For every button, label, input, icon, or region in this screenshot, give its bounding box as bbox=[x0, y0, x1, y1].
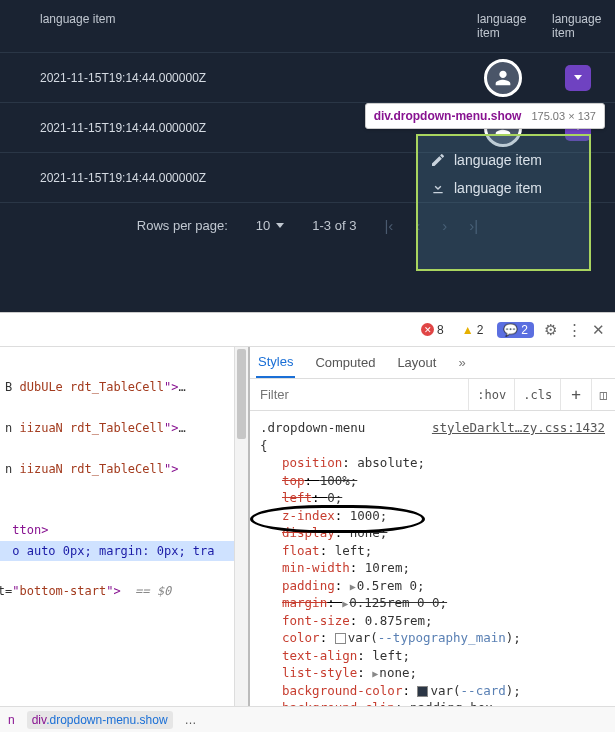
table-header: language item language item language ite… bbox=[0, 0, 615, 52]
edit-icon bbox=[430, 152, 446, 168]
more-tabs-icon[interactable]: » bbox=[456, 348, 467, 377]
css-declaration[interactable]: background-color: var(--card); bbox=[260, 682, 605, 700]
info-badge[interactable]: 💬 2 bbox=[497, 322, 534, 338]
panel-toggle-icon[interactable]: ◫ bbox=[591, 379, 615, 410]
table-row: 2021-11-15T19:14:44.000000Z bbox=[0, 52, 615, 102]
tab-styles[interactable]: Styles bbox=[256, 347, 295, 378]
styles-tabs: Styles Computed Layout » bbox=[250, 347, 615, 379]
cell-timestamp: 2021-11-15T19:14:44.000000Z bbox=[0, 171, 465, 185]
download-icon bbox=[430, 180, 446, 196]
kebab-icon[interactable]: ⋮ bbox=[567, 321, 582, 339]
dropdown-item[interactable]: language item bbox=[430, 146, 577, 174]
dropdown-menu-highlight: language item language item bbox=[416, 134, 591, 271]
css-declaration[interactable]: margin: ▶0.125rem 0 0; bbox=[260, 594, 605, 612]
gear-icon[interactable]: ⚙ bbox=[544, 321, 557, 339]
th-col2: language item bbox=[465, 4, 540, 48]
user-icon bbox=[492, 67, 514, 89]
dropdown-item-label: language item bbox=[454, 152, 542, 168]
th-col1: language item bbox=[0, 4, 465, 48]
breadcrumb-item[interactable]: n bbox=[8, 713, 15, 727]
cell-timestamp: 2021-11-15T19:14:44.000000Z bbox=[0, 71, 465, 85]
new-rule-icon[interactable]: + bbox=[560, 379, 591, 410]
rows-per-page-label: Rows per page: bbox=[137, 218, 228, 233]
tab-layout[interactable]: Layout bbox=[395, 348, 438, 377]
css-declaration[interactable]: color: var(--typography_main); bbox=[260, 629, 605, 647]
css-declaration[interactable]: position: absolute; bbox=[260, 454, 605, 472]
first-page-icon[interactable]: |‹ bbox=[384, 217, 393, 234]
breadcrumb[interactable]: n div.dropdown-menu.show … bbox=[0, 706, 615, 732]
css-declaration[interactable]: left: 0; bbox=[260, 489, 605, 507]
hov-toggle[interactable]: :hov bbox=[468, 379, 514, 410]
source-link[interactable]: styleDarklt…zy.css:1432 bbox=[432, 419, 605, 437]
cell-avatar bbox=[465, 59, 540, 97]
tab-computed[interactable]: Computed bbox=[313, 348, 377, 377]
breadcrumb-item[interactable]: div.dropdown-menu.show bbox=[27, 711, 173, 729]
scrollbar[interactable] bbox=[234, 347, 248, 706]
dropdown-toggle[interactable] bbox=[565, 65, 591, 91]
css-declaration[interactable]: list-style: ▶none; bbox=[260, 664, 605, 682]
css-declaration[interactable]: min-width: 10rem; bbox=[260, 559, 605, 577]
css-declaration[interactable]: top: 100%; bbox=[260, 472, 605, 490]
css-declaration[interactable]: text-align: left; bbox=[260, 647, 605, 665]
error-badge[interactable]: ✕8 bbox=[417, 322, 448, 338]
elements-tree[interactable]: B dUbULe rdt_TableCell">… n iizuaN rdt_T… bbox=[0, 347, 250, 706]
css-declaration[interactable]: font-size: 0.875rem; bbox=[260, 612, 605, 630]
css-declaration[interactable]: background-clip: padding-box; bbox=[260, 699, 605, 706]
element-tooltip: div.dropdown-menu.show 175.03 × 137 bbox=[365, 103, 605, 129]
devtools-panel: ✕8 ▲2 💬 2 ⚙ ⋮ ✕ B dUbULe rdt_TableCell">… bbox=[0, 312, 615, 732]
breadcrumb-item[interactable]: … bbox=[185, 713, 197, 727]
cls-toggle[interactable]: .cls bbox=[514, 379, 560, 410]
dropdown-item-label: language item bbox=[454, 180, 542, 196]
tooltip-selector: div.dropdown-menu.show bbox=[374, 109, 522, 123]
tooltip-dimensions: 175.03 × 137 bbox=[531, 110, 596, 122]
rule-selector: .dropdown-menu bbox=[260, 420, 365, 435]
css-declaration[interactable]: z-index: 1000; bbox=[260, 507, 605, 525]
css-declaration[interactable]: display: none; bbox=[260, 524, 605, 542]
avatar[interactable] bbox=[484, 59, 522, 97]
pagination-range: 1-3 of 3 bbox=[312, 218, 356, 233]
css-declaration[interactable]: float: left; bbox=[260, 542, 605, 560]
devtools-toolbar: ✕8 ▲2 💬 2 ⚙ ⋮ ✕ bbox=[0, 313, 615, 347]
app-table-area: language item language item language ite… bbox=[0, 0, 615, 312]
css-declaration[interactable]: padding: ▶0.5rem 0; bbox=[260, 577, 605, 595]
warning-badge[interactable]: ▲2 bbox=[458, 322, 488, 338]
rows-per-page-select[interactable]: 10 bbox=[256, 218, 284, 233]
styles-filter-input[interactable] bbox=[250, 387, 468, 402]
styles-pane[interactable]: .dropdown-menu styleDarklt…zy.css:1432 {… bbox=[250, 411, 615, 706]
close-icon[interactable]: ✕ bbox=[592, 321, 605, 339]
dropdown-item[interactable]: language item bbox=[430, 174, 577, 202]
th-col3: language item bbox=[540, 4, 615, 48]
